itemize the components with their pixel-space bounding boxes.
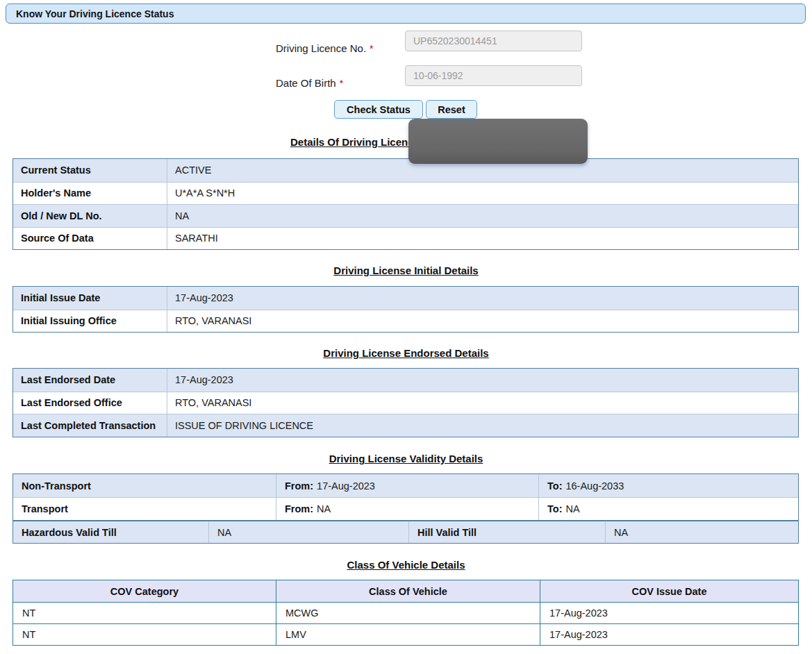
row-value: NA (606, 521, 798, 543)
hazardous-hill-table: Hazardous Valid Till NA Hill Valid Till … (13, 521, 799, 544)
row-label: Old / New DL No. (13, 205, 167, 227)
redaction-overlay (408, 119, 588, 164)
row-label: Initial Issue Date (13, 287, 167, 310)
row-label: Holder's Name (13, 183, 167, 205)
row-label: Non-Transport (13, 474, 276, 497)
validity-details-heading: Driving License Validity Details (0, 453, 812, 464)
dl-number-required-mark: * (370, 43, 373, 54)
validity-from-cell: From: NA (276, 498, 539, 520)
table-row: NT LMV 17-Aug-2023 (13, 623, 798, 645)
endorsed-details-heading: Driving License Endorsed Details (0, 347, 812, 359)
row-label: Hazardous Valid Till (13, 521, 209, 543)
row-label: Current Status (13, 159, 167, 182)
validity-from-cell: From: 17-Aug-2023 (276, 474, 539, 497)
row-value: U*A*A S*N*H (167, 183, 798, 205)
table-header-row: COV Category Class Of Vehicle COV Issue … (13, 580, 798, 602)
dob-label: Date Of Birth* (276, 77, 343, 89)
table-row: Source Of Data SARATHI (13, 227, 798, 250)
check-status-button[interactable]: Check Status (334, 100, 423, 119)
table-row: Old / New DL No. NA (13, 204, 798, 227)
cov-category-cell: NT (13, 603, 276, 623)
table-row: Current Status ACTIVE (13, 159, 798, 182)
dl-number-input[interactable] (405, 31, 582, 51)
row-label: Last Endorsed Office (13, 392, 167, 414)
table-row: Hazardous Valid Till NA Hill Valid Till … (13, 521, 798, 543)
dob-input[interactable] (405, 65, 582, 86)
table-row: Last Endorsed Date 17-Aug-2023 (13, 369, 798, 392)
table-row: Last Endorsed Office RTO, VARANASI (13, 392, 798, 414)
to-value: 16-Aug-2033 (565, 480, 624, 492)
column-header: Class Of Vehicle (276, 580, 540, 602)
row-label: Last Endorsed Date (13, 369, 167, 392)
row-label: Hill Valid Till (409, 521, 606, 543)
to-label: To: (547, 480, 562, 492)
endorsed-details-table: Last Endorsed Date 17-Aug-2023 Last Endo… (13, 368, 799, 437)
cov-issue-date-cell: 17-Aug-2023 (540, 624, 798, 645)
from-value: NA (317, 503, 331, 514)
row-label: Transport (13, 498, 276, 520)
cov-class-cell: MCWG (276, 603, 540, 623)
page-title: Know Your Driving Licence Status (16, 8, 174, 19)
initial-details-heading: Driving License Initial Details (0, 265, 812, 276)
page-title-bar: Know Your Driving Licence Status (6, 3, 806, 24)
validity-to-cell: To: NA (539, 498, 798, 520)
row-value: NA (209, 521, 409, 543)
from-label: From: (285, 503, 313, 514)
table-row: NT MCWG 17-Aug-2023 (13, 602, 798, 623)
dob-required-mark: * (340, 78, 343, 89)
row-value: SARATHI (167, 228, 798, 250)
table-row: Last Completed Transaction ISSUE OF DRIV… (13, 414, 798, 437)
reset-button[interactable]: Reset (426, 100, 477, 119)
from-value: 17-Aug-2023 (317, 480, 375, 492)
row-value: 17-Aug-2023 (167, 369, 798, 392)
cov-issue-date-cell: 17-Aug-2023 (540, 603, 798, 623)
validity-details-table: Non-Transport From: 17-Aug-2023 To: 16-A… (13, 473, 799, 521)
to-label: To: (547, 503, 562, 514)
cov-category-cell: NT (13, 624, 276, 645)
table-row: Transport From: NA To: NA (13, 497, 798, 520)
cov-details-heading: Class Of Vehicle Details (0, 559, 812, 571)
row-label: Last Completed Transaction (13, 414, 167, 437)
cov-class-cell: LMV (276, 624, 540, 645)
validity-to-cell: To: 16-Aug-2033 (539, 474, 798, 497)
row-value: ISSUE OF DRIVING LICENCE (167, 414, 798, 437)
table-row: Initial Issuing Office RTO, VARANASI (13, 310, 798, 333)
row-label: Source Of Data (13, 228, 167, 250)
to-value: NA (565, 503, 579, 514)
table-row: Holder's Name U*A*A S*N*H (13, 182, 798, 205)
dob-label-text: Date Of Birth (276, 77, 336, 89)
row-label: Initial Issuing Office (13, 310, 167, 333)
row-value: RTO, VARANASI (167, 392, 798, 414)
column-header: COV Category (13, 580, 276, 602)
holder-details-table: Current Status ACTIVE Holder's Name U*A*… (13, 158, 799, 250)
dl-status-page: Know Your Driving Licence Status Driving… (0, 0, 812, 654)
initial-details-table: Initial Issue Date 17-Aug-2023 Initial I… (13, 286, 799, 333)
from-label: From: (285, 480, 313, 492)
dl-number-label-text: Driving Licence No. (276, 42, 366, 54)
column-header: COV Issue Date (540, 580, 798, 602)
holder-details-heading: Details Of Driving Licence (290, 136, 420, 148)
table-row: Non-Transport From: 17-Aug-2023 To: 16-A… (13, 474, 798, 497)
row-value: RTO, VARANASI (167, 310, 798, 333)
dl-number-label: Driving Licence No.* (276, 42, 374, 54)
cov-details-table: COV Category Class Of Vehicle COV Issue … (13, 580, 799, 646)
table-row: Initial Issue Date 17-Aug-2023 (13, 287, 798, 310)
row-value: NA (167, 205, 798, 227)
row-value: 17-Aug-2023 (167, 287, 798, 310)
